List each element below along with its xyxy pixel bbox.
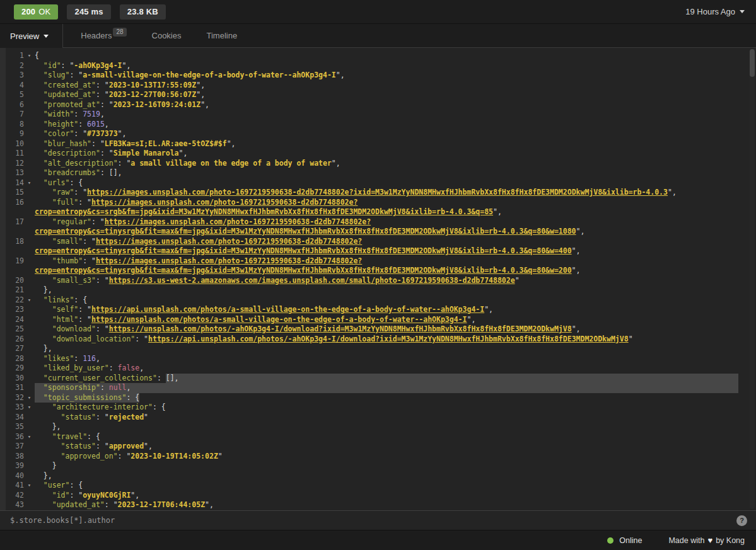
line-number: 9 bbox=[0, 129, 24, 139]
tab-preview[interactable]: Preview bbox=[0, 24, 63, 48]
chevron-down-icon bbox=[740, 10, 745, 13]
code-token: "full" bbox=[52, 198, 79, 208]
line-number: 33 bbox=[0, 403, 24, 413]
editor-scrollbar-thumb[interactable] bbox=[750, 49, 755, 77]
tab-preview-label: Preview bbox=[10, 32, 39, 41]
json-url-link[interactable]: https://images.unsplash.com/photo-169721… bbox=[91, 198, 358, 208]
online-status[interactable]: Online bbox=[607, 536, 642, 545]
code-token: ", bbox=[493, 207, 502, 217]
code-token: : " bbox=[105, 500, 118, 510]
code-token: : " bbox=[74, 129, 87, 139]
code-line: 41▾ "user": { bbox=[0, 481, 756, 491]
code-line: 40 }, bbox=[0, 471, 756, 481]
json-url-link[interactable]: crop=entropy&cs=tinysrgb&fit=max&fm=jpg&… bbox=[35, 266, 572, 276]
code-line: 1▾{ bbox=[0, 51, 756, 61]
kong-credit-link[interactable]: Made with ♥ by Kong bbox=[668, 536, 745, 545]
json-url-link[interactable]: https://s3.us-west-2.amazonaws.com/image… bbox=[109, 276, 515, 286]
collapse-arrow-icon[interactable]: ▾ bbox=[24, 403, 35, 413]
tab-cookies-label: Cookies bbox=[152, 31, 182, 40]
code-token: : bbox=[74, 110, 83, 120]
line-number: 7 bbox=[0, 110, 24, 120]
credit-suffix: by Kong bbox=[716, 536, 745, 545]
response-pane: 200 OK 245 ms 23.8 KB 19 Hours Ago Previ… bbox=[0, 0, 756, 550]
code-line: 16 "full": "https://images.unsplash.com/… bbox=[0, 198, 756, 208]
code-token: ", bbox=[144, 442, 153, 452]
fold-gutter bbox=[24, 61, 35, 71]
fold-gutter bbox=[24, 344, 35, 354]
json-url-link[interactable]: https://images.unsplash.com/photo-169721… bbox=[96, 237, 362, 247]
code-line: 21 }, bbox=[0, 285, 756, 295]
code-line: 24 "html": "https://unsplash.com/photos/… bbox=[0, 315, 756, 325]
collapse-arrow-icon[interactable]: ▾ bbox=[24, 51, 35, 61]
code-token: "id" bbox=[44, 61, 61, 71]
response-filter-input[interactable] bbox=[10, 516, 736, 525]
json-url-link[interactable]: https://api.unsplash.com/photos/a-small-… bbox=[91, 305, 484, 315]
code-line: 17 "regular": "https://images.unsplash.c… bbox=[0, 217, 756, 227]
json-url-link[interactable]: https://images.unsplash.com/photo-169721… bbox=[96, 256, 362, 266]
response-history-dropdown[interactable]: 19 Hours Ago bbox=[685, 7, 745, 16]
json-url-link[interactable]: crop=entropy&cs=srgb&fm=jpg&ixid=M3w1MzY… bbox=[35, 207, 493, 217]
json-url-link[interactable]: https://images.unsplash.com/photo-169721… bbox=[87, 188, 668, 198]
code-token: : { bbox=[69, 481, 83, 491]
line-number: 39 bbox=[0, 461, 24, 471]
online-status-label: Online bbox=[619, 536, 642, 545]
line-number: 13 bbox=[0, 168, 24, 178]
code-line: 26 "download_location": "https://api.uns… bbox=[0, 335, 756, 345]
filter-help-icon[interactable]: ? bbox=[736, 515, 747, 526]
code-token: "regular" bbox=[52, 217, 91, 227]
code-token bbox=[35, 452, 61, 462]
code-token: "updated_at" bbox=[44, 90, 96, 100]
collapse-arrow-icon[interactable]: ▾ bbox=[24, 178, 35, 188]
json-url-link[interactable]: https://images.unsplash.com/photo-169721… bbox=[105, 217, 371, 227]
json-url-link[interactable]: crop=entropy&cs=tinysrgb&fit=max&fm=jpg&… bbox=[35, 246, 572, 256]
json-url-link[interactable]: crop=entropy&cs=tinysrgb&fit=max&fm=jpg&… bbox=[35, 227, 576, 237]
code-token: 2023-10-19T14:05:02Z bbox=[131, 452, 218, 462]
code-token: ", bbox=[572, 266, 581, 276]
fold-gutter bbox=[24, 149, 35, 159]
collapse-arrow-icon[interactable]: ▾ bbox=[24, 393, 35, 403]
code-line: 7 "width": 7519, bbox=[0, 110, 756, 120]
code-line: 30 "current_user_collections": [], bbox=[0, 374, 756, 384]
response-time-badge: 245 ms bbox=[67, 4, 110, 20]
code-token: 2023-12-17T06:44:05Z bbox=[118, 500, 205, 510]
fold-gutter bbox=[24, 110, 35, 120]
fold-gutter bbox=[24, 227, 35, 237]
fold-gutter bbox=[24, 159, 35, 169]
fold-gutter bbox=[24, 120, 35, 130]
code-token bbox=[35, 324, 52, 335]
code-line: 34 "status": "rejected" bbox=[0, 413, 756, 423]
line-number: 4 bbox=[0, 81, 24, 91]
fold-gutter bbox=[24, 139, 35, 149]
code-token: "width" bbox=[44, 110, 74, 120]
code-token: 2023-12-27T00:56:07Z bbox=[109, 90, 196, 100]
code-line: 12 "alt_description": "a small village o… bbox=[0, 159, 756, 169]
code-token: "description" bbox=[44, 149, 100, 159]
tab-cookies[interactable]: Cookies bbox=[143, 24, 190, 47]
collapse-arrow-icon[interactable]: ▾ bbox=[24, 481, 35, 491]
code-token: : [], bbox=[100, 168, 122, 178]
code-token bbox=[35, 198, 52, 208]
code-token: : { bbox=[74, 295, 87, 306]
json-url-link[interactable]: https://unsplash.com/photos/a-small-vill… bbox=[91, 315, 467, 325]
tab-headers[interactable]: Headers 28 bbox=[72, 24, 135, 47]
json-url-link[interactable]: https://unsplash.com/photos/-ahOKp3g4-I/… bbox=[109, 324, 572, 335]
fold-gutter bbox=[24, 491, 35, 501]
code-token: "download" bbox=[52, 324, 96, 335]
code-token: Simple Manarola bbox=[113, 149, 179, 159]
fold-gutter bbox=[24, 383, 35, 393]
code-token: ", bbox=[572, 324, 581, 335]
code-token: rejected bbox=[109, 413, 144, 423]
fold-gutter bbox=[24, 335, 35, 345]
collapse-arrow-icon[interactable]: ▾ bbox=[24, 432, 35, 442]
code-token bbox=[35, 61, 44, 71]
code-token: "architecture-interior" bbox=[52, 403, 153, 413]
code-line: 6 "promoted_at": "2023-12-16T09:24:01Z", bbox=[0, 100, 756, 110]
json-url-link[interactable]: https://api.unsplash.com/photos/-ahOKp3g… bbox=[148, 335, 629, 345]
fold-gutter bbox=[24, 413, 35, 423]
fold-gutter bbox=[24, 90, 35, 100]
collapse-arrow-icon[interactable]: ▾ bbox=[24, 295, 35, 306]
tab-timeline[interactable]: Timeline bbox=[197, 24, 246, 47]
response-preview-editor[interactable]: 1▾{2 "id": "-ahOKp3g4-I",3 "slug": "a-sm… bbox=[0, 48, 756, 510]
editor-scrollbar[interactable] bbox=[750, 49, 755, 509]
line-number: 34 bbox=[0, 413, 24, 423]
